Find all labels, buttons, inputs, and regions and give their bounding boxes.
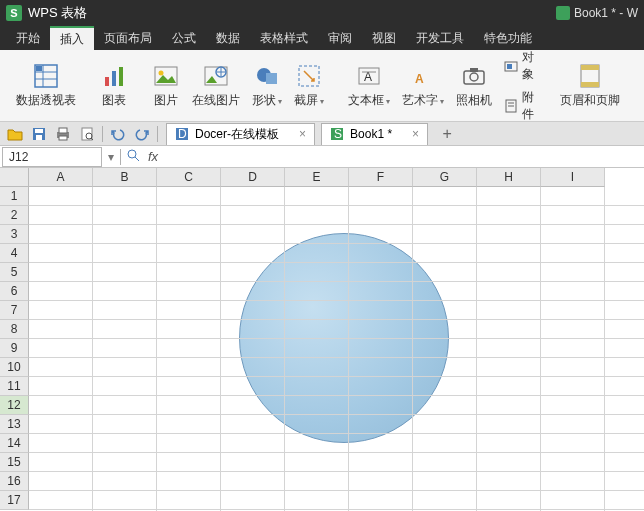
row-header[interactable]: 13 <box>0 415 29 434</box>
save-button[interactable] <box>28 124 50 144</box>
camera-button[interactable]: 照相机 <box>452 55 496 117</box>
object-button[interactable]: 对象 <box>500 47 540 85</box>
chevron-down-icon: ▾ <box>386 97 390 106</box>
redo-button[interactable] <box>131 124 153 144</box>
formula-bar: J12 ▾ fx <box>0 146 644 168</box>
svg-rect-21 <box>470 68 478 72</box>
col-header[interactable]: D <box>221 168 285 187</box>
wordart-button[interactable]: A 艺术字▾ <box>398 55 448 117</box>
svg-rect-35 <box>36 135 42 140</box>
close-icon[interactable]: × <box>299 127 306 141</box>
formula-input[interactable] <box>163 147 644 167</box>
docer-tab[interactable]: D Docer-在线模板 × <box>166 123 315 145</box>
textbox-button[interactable]: A 文本框▾ <box>344 55 394 117</box>
svg-rect-6 <box>112 71 116 86</box>
screenshot-button[interactable]: 截屏▾ <box>290 55 328 117</box>
chevron-down-icon: ▾ <box>278 97 282 106</box>
undo-button[interactable] <box>107 124 129 144</box>
shapes-icon <box>253 62 281 90</box>
row-header[interactable]: 16 <box>0 472 29 491</box>
workbook-tab[interactable]: S Book1 * × <box>321 123 428 145</box>
row-header[interactable]: 9 <box>0 339 29 358</box>
svg-point-20 <box>470 73 478 81</box>
row-header[interactable]: 4 <box>0 244 29 263</box>
chart-icon <box>100 62 128 90</box>
online-picture-button[interactable]: 在线图片 <box>188 55 244 117</box>
row-header[interactable]: 15 <box>0 453 29 472</box>
menu-8[interactable]: 开发工具 <box>406 26 474 50</box>
attachment-icon <box>504 98 518 114</box>
row-header[interactable]: 7 <box>0 301 29 320</box>
svg-rect-7 <box>119 67 123 86</box>
row-header[interactable]: 1 <box>0 187 29 206</box>
row-header[interactable]: 3 <box>0 225 29 244</box>
attachment-button[interactable]: 附件 <box>500 87 540 125</box>
menu-5[interactable]: 表格样式 <box>250 26 318 50</box>
doc-logo-icon <box>556 6 570 20</box>
row-header[interactable]: 10 <box>0 358 29 377</box>
picture-button[interactable]: 图片 <box>148 55 184 117</box>
hyperlink-button[interactable]: 超链接 <box>640 55 644 117</box>
col-header[interactable]: F <box>349 168 413 187</box>
chevron-down-icon: ▾ <box>440 97 444 106</box>
svg-rect-13 <box>266 73 277 84</box>
chart-button[interactable]: 图表 <box>96 55 132 117</box>
row-header[interactable]: 12 <box>0 396 29 415</box>
shapes-button[interactable]: 形状▾ <box>248 55 286 117</box>
svg-line-47 <box>135 157 139 161</box>
row-header[interactable]: 8 <box>0 320 29 339</box>
row-header[interactable]: 11 <box>0 377 29 396</box>
menu-2[interactable]: 页面布局 <box>94 26 162 50</box>
row-header[interactable]: 14 <box>0 434 29 453</box>
new-tab-button[interactable]: + <box>436 124 458 144</box>
col-header[interactable]: H <box>477 168 541 187</box>
col-header[interactable]: I <box>541 168 605 187</box>
row-header[interactable]: 5 <box>0 263 29 282</box>
spreadsheet-grid[interactable]: ABCDEFGHI 1234567891011121314151617 <box>0 168 644 511</box>
svg-text:D: D <box>178 127 187 141</box>
menu-3[interactable]: 公式 <box>162 26 206 50</box>
app-logo-icon: S <box>6 5 22 21</box>
pivot-table-icon <box>32 62 60 90</box>
header-footer-button[interactable]: 页眉和页脚 <box>556 55 624 117</box>
doc-title: Book1 * - W <box>556 6 638 21</box>
quick-access-toolbar: D Docer-在线模板 × S Book1 * × + <box>0 122 644 146</box>
svg-rect-34 <box>35 129 43 133</box>
name-box[interactable]: J12 <box>2 147 102 167</box>
name-box-dropdown[interactable]: ▾ <box>104 150 118 164</box>
svg-rect-4 <box>36 66 42 71</box>
menu-1[interactable]: 插入 <box>50 26 94 50</box>
screenshot-icon <box>295 62 323 90</box>
svg-rect-23 <box>507 64 512 69</box>
menu-6[interactable]: 审阅 <box>318 26 362 50</box>
col-header[interactable]: G <box>413 168 477 187</box>
docer-icon: D <box>175 127 189 141</box>
row-header[interactable]: 6 <box>0 282 29 301</box>
col-header[interactable]: C <box>157 168 221 187</box>
camera-icon <box>460 62 488 90</box>
svg-point-46 <box>128 150 136 158</box>
svg-rect-38 <box>59 136 67 140</box>
function-wizard-button[interactable] <box>123 148 143 165</box>
select-all-corner[interactable] <box>0 168 29 187</box>
col-header[interactable]: A <box>29 168 93 187</box>
close-icon[interactable]: × <box>412 127 419 141</box>
col-header[interactable]: B <box>93 168 157 187</box>
menu-0[interactable]: 开始 <box>6 26 50 50</box>
menu-7[interactable]: 视图 <box>362 26 406 50</box>
pivot-table-button[interactable]: 数据透视表 <box>12 55 80 117</box>
header-footer-icon <box>576 62 604 90</box>
app-title: WPS 表格 <box>28 4 87 22</box>
row-header[interactable]: 2 <box>0 206 29 225</box>
svg-rect-29 <box>581 82 599 87</box>
print-preview-button[interactable] <box>76 124 98 144</box>
col-header[interactable]: E <box>285 168 349 187</box>
ribbon: 数据透视表 图表 图片 在线图片 形状▾ 截屏▾ A 文本框▾ <box>0 50 644 122</box>
open-button[interactable] <box>4 124 26 144</box>
fx-icon[interactable]: fx <box>143 149 163 164</box>
print-button[interactable] <box>52 124 74 144</box>
menu-4[interactable]: 数据 <box>206 26 250 50</box>
row-header[interactable]: 17 <box>0 491 29 510</box>
chevron-down-icon: ▾ <box>320 97 324 106</box>
svg-rect-28 <box>581 65 599 70</box>
